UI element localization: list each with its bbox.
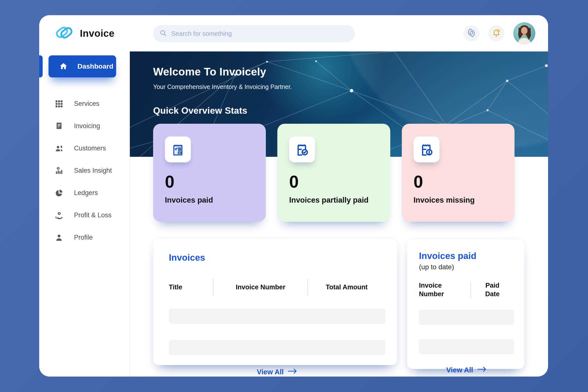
customers-icon bbox=[54, 144, 64, 153]
top-header: Invoice bbox=[39, 15, 548, 52]
stat-card-invoices-missing: 0 Invoices missing bbox=[402, 124, 514, 222]
stat-value: 0 bbox=[165, 173, 254, 190]
view-all-label: View All bbox=[446, 366, 473, 374]
sidebar-item-label: Ledgers bbox=[74, 189, 98, 197]
invoices-paid-table-body bbox=[419, 310, 514, 354]
notifications-button[interactable] bbox=[488, 25, 504, 42]
invoices-paid-view-all-link[interactable]: View All bbox=[419, 366, 514, 374]
invoices-paid-subtitle: (up to date) bbox=[419, 263, 514, 271]
sidebar-item-label: Services bbox=[74, 100, 100, 108]
app-window: Invoice bbox=[39, 15, 548, 376]
stat-label: Invoices missing bbox=[414, 196, 503, 204]
sidebar-item-services[interactable]: Services bbox=[39, 92, 129, 115]
search-icon bbox=[160, 30, 167, 38]
empty-table-row bbox=[169, 309, 386, 324]
grid-icon bbox=[54, 100, 64, 108]
sidebar-item-label: Profit & Loss bbox=[74, 212, 112, 219]
svg-text:$: $ bbox=[58, 212, 60, 214]
stat-card-invoices-partially-paid: 0 Invoices partially paid bbox=[277, 124, 390, 222]
sidebar-item-customers[interactable]: Customers bbox=[39, 137, 129, 160]
stat-value: 0 bbox=[289, 173, 378, 190]
pie-chart-icon bbox=[54, 189, 64, 197]
hero-title: Welcome To Invoicely bbox=[153, 66, 520, 78]
search-bar bbox=[153, 25, 355, 42]
bell-icon bbox=[492, 28, 501, 38]
empty-table-row bbox=[419, 310, 514, 325]
sidebar-item-label: Sales Insight bbox=[74, 167, 112, 174]
hero-subtitle: Your Comprehensive Inventory & Invoicing… bbox=[153, 83, 520, 90]
invoices-view-all-link[interactable]: View All bbox=[169, 368, 386, 376]
invoices-table-body bbox=[169, 309, 386, 355]
arrow-right-icon bbox=[288, 368, 298, 376]
invoices-panel: Invoices Title Invoice Number Total Amou… bbox=[153, 239, 397, 365]
sidebar-menu: Services Invoicing bbox=[39, 92, 129, 249]
app-title: Invoice bbox=[80, 28, 114, 39]
stat-label: Invoices paid bbox=[165, 196, 254, 204]
column-header-total-amount: Total Amount bbox=[308, 278, 386, 296]
sidebar-item-profit-loss[interactable]: $ Profit & Loss bbox=[39, 204, 129, 226]
column-header-invoice-number: Invoice Number bbox=[419, 281, 470, 298]
stat-card-invoices-paid: 0 Invoices paid bbox=[153, 124, 266, 222]
page-background: Invoice bbox=[0, 0, 588, 392]
invoices-paid-title: Invoices paid bbox=[419, 251, 514, 261]
sidebar-item-invoicing[interactable]: Invoicing bbox=[39, 115, 129, 137]
gear-icon bbox=[467, 28, 476, 38]
sidebar-item-dashboard[interactable]: Dashboard bbox=[48, 55, 116, 78]
svg-text:$: $ bbox=[58, 167, 59, 169]
stat-value: 0 bbox=[414, 173, 503, 190]
stat-label: Invoices partially paid bbox=[289, 196, 378, 204]
empty-table-row bbox=[419, 339, 514, 354]
hero-content: Welcome To Invoicely Your Comprehensive … bbox=[153, 52, 520, 116]
header-actions bbox=[463, 15, 535, 52]
arrow-right-icon bbox=[477, 366, 487, 374]
sidebar-item-sales-insight[interactable]: $ Sales Insight bbox=[39, 160, 129, 182]
sidebar-item-label: Dashboard bbox=[78, 62, 113, 70]
sidebar-item-profile[interactable]: Profile bbox=[39, 226, 129, 249]
invoices-panel-title: Invoices bbox=[169, 252, 386, 263]
invoice-check-badge-icon bbox=[289, 136, 315, 162]
sidebar-item-label: Invoicing bbox=[74, 122, 100, 130]
column-header-paid-date: Paid Date bbox=[470, 281, 514, 298]
invoices-paid-panel: Invoices paid (up to date) Invoice Numbe… bbox=[407, 240, 524, 369]
column-header-title: Title bbox=[169, 284, 213, 291]
stats-row: 0 Invoices paid 0 Invoices partially pai… bbox=[153, 124, 514, 222]
invoicely-logo-icon bbox=[54, 26, 74, 41]
invoices-table-header: Title Invoice Number Total Amount bbox=[169, 278, 386, 296]
invoice-alert-badge-icon bbox=[414, 136, 440, 162]
sales-chart-icon: $ bbox=[54, 166, 64, 175]
empty-table-row bbox=[169, 340, 386, 355]
brand: Invoice bbox=[54, 15, 114, 52]
person-icon bbox=[54, 234, 64, 242]
sidebar-item-label: Customers bbox=[74, 144, 106, 152]
invoices-paid-table-header: Invoice Number Paid Date bbox=[419, 281, 514, 298]
sidebar: Dashboard Services bbox=[39, 52, 130, 376]
stats-section-heading: Quick Overview Stats bbox=[153, 106, 520, 116]
settings-button[interactable] bbox=[463, 25, 480, 42]
column-header-invoice-number: Invoice Number bbox=[213, 278, 308, 296]
hand-dollar-icon: $ bbox=[54, 211, 64, 220]
view-all-label: View All bbox=[257, 368, 284, 376]
receipt-icon bbox=[54, 122, 64, 130]
sidebar-item-ledgers[interactable]: Ledgers bbox=[39, 182, 129, 204]
sidebar-item-label: Profile bbox=[74, 234, 93, 241]
user-avatar[interactable] bbox=[513, 22, 535, 44]
search-input[interactable] bbox=[171, 30, 348, 38]
active-item-edge-marker bbox=[39, 55, 43, 78]
home-icon bbox=[59, 62, 68, 70]
invoice-check-icon bbox=[165, 136, 191, 162]
